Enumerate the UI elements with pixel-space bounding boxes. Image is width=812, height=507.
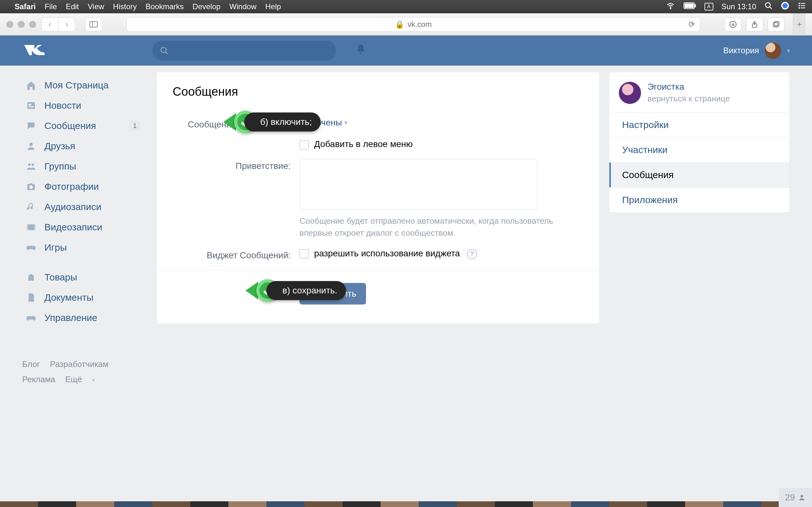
page-body: Моя Страница Новости Сообщения1 Друзья Г… <box>0 66 812 507</box>
greeting-textarea[interactable] <box>299 159 537 210</box>
avatar <box>765 43 781 59</box>
manage-icon <box>26 312 37 324</box>
docs-icon <box>26 292 37 303</box>
svg-rect-34 <box>27 224 28 230</box>
sidebar-item-settings[interactable]: Настройки <box>609 112 790 137</box>
nav-news[interactable]: Новости <box>22 95 141 116</box>
online-count[interactable]: 29 <box>779 488 812 507</box>
svg-line-5 <box>769 7 772 9</box>
games-icon <box>26 242 37 253</box>
lock-icon: 🔒 <box>395 20 404 29</box>
siri-icon[interactable] <box>781 2 789 12</box>
search-input[interactable] <box>152 41 336 60</box>
svg-rect-3 <box>684 3 693 8</box>
svg-point-10 <box>799 5 800 7</box>
search-icon <box>160 46 169 55</box>
footer-blog[interactable]: Блог <box>22 359 40 369</box>
svg-rect-13 <box>801 8 805 8</box>
svg-point-7 <box>782 3 788 8</box>
wifi-icon[interactable] <box>666 1 675 12</box>
person-icon <box>798 494 806 501</box>
footer-developers[interactable]: Разработчикам <box>50 359 108 369</box>
nav-photos[interactable]: Фотографии <box>22 176 141 197</box>
messages-icon <box>26 120 37 131</box>
input-source-icon[interactable]: A <box>705 3 713 10</box>
video-icon <box>26 222 37 233</box>
community-title[interactable]: Эгоистка <box>647 82 730 92</box>
add-left-menu-checkbox[interactable]: Добавить в левое меню <box>299 139 413 149</box>
widget-checkbox[interactable]: разрешить использование виджета <box>299 248 460 258</box>
vk-logo[interactable] <box>22 43 48 59</box>
svg-point-29 <box>32 164 34 166</box>
help-icon[interactable]: ? <box>467 249 477 259</box>
spotlight-icon[interactable] <box>764 2 773 12</box>
menu-file[interactable]: File <box>45 2 57 11</box>
svg-rect-35 <box>34 224 35 230</box>
nav-video[interactable]: Видеозаписи <box>22 217 141 237</box>
footer-ads[interactable]: Реклама <box>22 375 55 384</box>
photos-icon <box>26 181 37 192</box>
user-menu[interactable]: Виктория ▾ <box>723 43 790 59</box>
svg-line-23 <box>165 52 168 54</box>
market-icon <box>26 272 37 283</box>
audio-icon <box>26 201 37 213</box>
menu-view[interactable]: View <box>88 2 104 11</box>
community-avatar <box>619 82 641 104</box>
svg-rect-25 <box>29 104 31 106</box>
svg-rect-9 <box>801 3 805 4</box>
downloads-button[interactable] <box>724 17 742 32</box>
page-title: Сообщения <box>172 85 583 99</box>
messages-badge: 1 <box>129 120 141 131</box>
new-tab-button[interactable]: + <box>793 13 806 36</box>
friends-icon <box>26 140 37 152</box>
sidebar-item-members[interactable]: Участники <box>609 137 790 162</box>
menu-window[interactable]: Window <box>229 2 256 11</box>
sidebar-item-messages[interactable]: Сообщения <box>609 163 790 187</box>
macos-menubar: Safari File Edit View History Bookmarks … <box>0 0 812 13</box>
window-controls[interactable] <box>6 21 36 28</box>
menu-develop[interactable]: Develop <box>193 2 220 11</box>
greeting-hint: Сообщение будет отправлено автоматически… <box>299 215 553 239</box>
svg-point-4 <box>765 3 770 7</box>
nav-docs[interactable]: Документы <box>22 287 141 308</box>
forward-button[interactable]: › <box>58 17 75 32</box>
community-back-link[interactable]: вернуться к странице <box>647 94 730 104</box>
sidebar-item-apps[interactable]: Приложения <box>609 187 790 212</box>
notifications-icon[interactable] <box>355 44 366 57</box>
user-name: Виктория <box>723 46 759 55</box>
back-button[interactable]: ‹ <box>41 17 58 32</box>
lbl-greeting: Приветствие: <box>172 159 299 171</box>
nav-games[interactable]: Игры <box>22 237 141 258</box>
menu-edit[interactable]: Edit <box>66 2 79 11</box>
svg-rect-2 <box>695 4 696 7</box>
reload-icon[interactable]: ⟳ <box>689 20 695 29</box>
menu-help[interactable]: Help <box>265 2 281 11</box>
url-field[interactable]: 🔒 vk.com ⟳ <box>126 17 700 32</box>
battery-icon[interactable] <box>683 2 696 11</box>
menu-extras-icon[interactable] <box>798 1 806 12</box>
nav-my-page[interactable]: Моя Страница <box>22 75 141 95</box>
sidebar-button[interactable] <box>85 17 102 32</box>
nav-manage[interactable]: Управление <box>22 308 141 328</box>
safari-toolbar: ‹ › 🔒 vk.com ⟳ + <box>0 13 812 36</box>
svg-point-36 <box>801 495 803 498</box>
svg-point-8 <box>799 3 800 4</box>
home-icon <box>26 79 37 91</box>
nav-friends[interactable]: Друзья <box>22 136 141 156</box>
nav-messages[interactable]: Сообщения1 <box>22 116 141 136</box>
nav-groups[interactable]: Группы <box>22 156 141 176</box>
nav-market[interactable]: Товары <box>22 267 141 287</box>
footer-links: Блог Разработчикам Реклама Ещё ▾ <box>22 356 141 388</box>
svg-point-31 <box>30 185 33 189</box>
tabs-button[interactable] <box>768 17 785 32</box>
clock[interactable]: Sun 13:10 <box>722 2 756 11</box>
url-host: vk.com <box>408 20 432 29</box>
menu-bookmarks[interactable]: Bookmarks <box>146 2 184 11</box>
app-name[interactable]: Safari <box>14 2 36 11</box>
chevron-down-icon: ▾ <box>787 47 790 54</box>
svg-point-0 <box>670 8 671 9</box>
footer-more[interactable]: Ещё ▾ <box>65 375 102 384</box>
menu-history[interactable]: History <box>113 2 137 11</box>
share-button[interactable] <box>746 17 763 32</box>
nav-audio[interactable]: Аудиозаписи <box>22 197 141 217</box>
